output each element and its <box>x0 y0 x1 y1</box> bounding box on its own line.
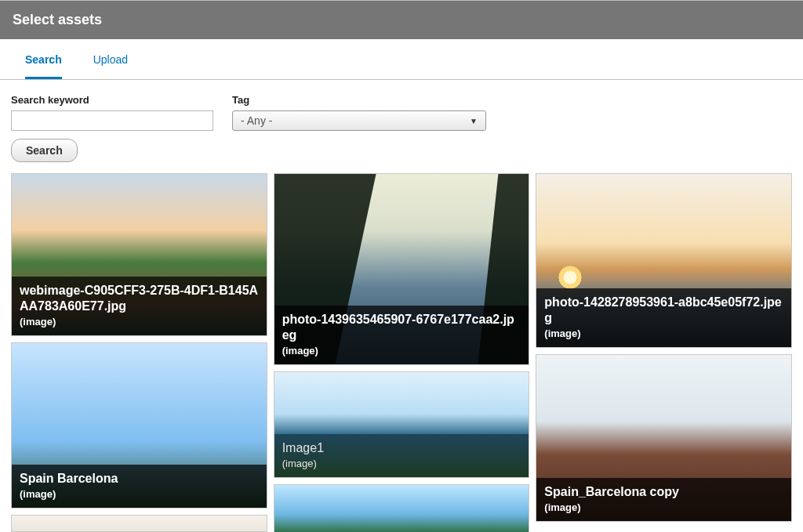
asset-card[interactable]: Spain Barcelona (image) <box>11 342 267 508</box>
asset-type: (image) <box>544 328 783 339</box>
asset-card[interactable] <box>11 515 267 532</box>
asset-card[interactable]: photo-1428278953961-a8bc45e05f72.jpeg (i… <box>536 173 792 348</box>
asset-type: (image) <box>20 488 259 500</box>
tab-bar: Search Upload <box>0 39 803 80</box>
asset-overlay: photo-1439635465907-6767e177caa2.jpeg (i… <box>274 306 529 364</box>
search-button[interactable]: Search <box>11 139 78 162</box>
field-tag: Tag - Any - ▼ <box>232 94 486 131</box>
search-keyword-label: Search keyword <box>11 94 213 106</box>
asset-title: webimage-C905CFF3-275B-4DF1-B145AAA783A6… <box>20 283 259 314</box>
asset-card[interactable]: Spain_Barcelona copy (image) <box>536 354 792 522</box>
filter-row: Search keyword Tag - Any - ▼ <box>0 80 803 139</box>
asset-col-0: webimage-C905CFF3-275B-4DF1-B145AAA783A6… <box>11 173 267 532</box>
asset-overlay: Spain Barcelona (image) <box>12 465 267 508</box>
asset-title: photo-1439635465907-6767e177caa2.jpeg <box>282 312 521 343</box>
asset-card[interactable]: photo-1439635465907-6767e177caa2.jpeg (i… <box>274 173 530 365</box>
asset-type: (image) <box>282 345 521 356</box>
asset-title: photo-1428278953961-a8bc45e05f72.jpeg <box>544 295 783 326</box>
asset-card[interactable] <box>274 484 530 532</box>
field-search-keyword: Search keyword <box>11 94 213 131</box>
tag-selected-value: - Any - <box>241 114 272 127</box>
tag-label: Tag <box>232 94 486 106</box>
asset-type: (image) <box>282 458 521 469</box>
asset-title: Spain_Barcelona copy <box>544 484 783 500</box>
modal-title: Select assets <box>13 12 102 27</box>
asset-thumbnail <box>274 485 529 532</box>
asset-card[interactable]: webimage-C905CFF3-275B-4DF1-B145AAA783A6… <box>11 173 267 336</box>
asset-thumbnail <box>12 516 267 532</box>
asset-type: (image) <box>544 501 783 513</box>
asset-title: Image1 <box>282 440 521 456</box>
asset-title: Spain Barcelona <box>20 471 259 487</box>
search-keyword-input[interactable] <box>11 110 213 131</box>
asset-type: (image) <box>20 316 259 328</box>
chevron-down-icon: ▼ <box>470 117 478 125</box>
tag-select[interactable]: - Any - ▼ <box>232 110 486 131</box>
asset-overlay: webimage-C905CFF3-275B-4DF1-B145AAA783A6… <box>12 277 267 335</box>
asset-overlay: photo-1428278953961-a8bc45e05f72.jpeg (i… <box>536 288 791 347</box>
asset-col-2: photo-1428278953961-a8bc45e05f72.jpeg (i… <box>536 173 792 532</box>
tab-upload[interactable]: Upload <box>93 53 128 79</box>
asset-card[interactable]: Image1 (image) <box>274 371 530 478</box>
tab-search[interactable]: Search <box>25 53 62 79</box>
asset-overlay: Spain_Barcelona copy (image) <box>536 478 791 521</box>
asset-grid: webimage-C905CFF3-275B-4DF1-B145AAA783A6… <box>0 173 803 532</box>
asset-overlay: Image1 (image) <box>274 434 529 477</box>
asset-col-1: photo-1439635465907-6767e177caa2.jpeg (i… <box>274 173 530 532</box>
search-button-row: Search <box>0 139 803 173</box>
modal-header: Select assets <box>0 0 803 39</box>
